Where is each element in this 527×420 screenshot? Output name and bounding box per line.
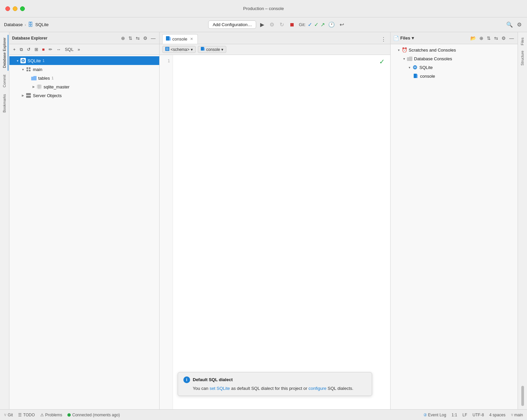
files-minimize-button[interactable]: — [508,34,515,42]
status-problems-label: Problems [45,413,62,417]
sidebar-item-bookmarks[interactable]: Bookmarks [1,91,8,115]
db-sql-button[interactable]: SQL [63,46,75,53]
right-tab-strip: Files Structure [518,32,527,409]
traffic-lights [5,6,25,11]
sidebar-item-files[interactable]: Files [519,35,526,48]
db-more-button[interactable]: » [76,46,81,53]
right-scrollbar-thumb[interactable] [521,386,524,406]
tab-console[interactable]: console ✕ [162,34,198,44]
tree-item-db-consoles[interactable]: ▾ Database Consoles [391,54,518,63]
git-history-button[interactable]: 🕐 [327,20,336,29]
db-collapse-button[interactable]: ⇆ [135,34,141,42]
breadcrumb-sqlite[interactable]: SQLite [35,22,49,27]
add-configuration-button[interactable]: Add Configuration… [208,20,256,29]
console-dropdown[interactable]: console ▾ [198,46,226,53]
files-dropdown[interactable]: Files ▾ [400,36,414,41]
breadcrumb: Database › 🗄 SQLite [4,22,49,28]
db-copy-button[interactable]: ⧉ [18,46,24,53]
files-sqlite-arrow[interactable]: ▾ [407,66,412,69]
git-check-green-icon[interactable]: ✓ [314,21,318,28]
db-new-button[interactable]: + [11,46,17,53]
notification-banner: i Default SQL dialect You can set SQLite… [178,372,372,396]
status-indent[interactable]: 4 spaces [489,413,506,417]
notification-configure-link[interactable]: configure [308,386,326,391]
status-todo-icon: ☰ [18,413,22,417]
tree-item-sqlite-master[interactable]: ▶ sqlite_master [9,82,159,91]
titlebar: Production – console [0,0,527,17]
sqlite-collapse-arrow[interactable]: ▾ [15,59,20,63]
sidebar-item-structure[interactable]: Structure [519,48,526,68]
stop-button[interactable]: ⏹ [288,20,296,29]
run-button[interactable]: ▶ [259,20,266,29]
status-branch[interactable]: ⑂ main [511,413,523,417]
sidebar-item-database-explorer[interactable]: Database Explorer [1,35,8,71]
sqlite-master-table-icon [36,84,42,90]
tree-item-server-objects[interactable]: ▶ Server Objects [9,91,159,100]
tab-more-button[interactable]: ⋮ [379,35,388,44]
breadcrumb-separator: › [25,23,26,27]
scratches-arrow[interactable]: ▾ [396,48,401,52]
refresh-button[interactable]: ↻ [278,20,285,29]
search-button[interactable]: 🔍 [505,20,514,29]
notification-set-sqlite-link[interactable]: set SQLite [210,386,230,391]
main-collapse-arrow[interactable]: ▾ [20,68,25,71]
maximize-button[interactable] [20,6,25,11]
status-problems-count[interactable]: ② Event Log [423,413,446,417]
git-push-icon[interactable]: ↗ [320,21,325,28]
files-console-label: console [420,74,435,79]
status-charset[interactable]: UTF-8 [473,413,484,417]
db-add-button[interactable]: ⊕ [120,34,126,42]
tree-item-sqlite[interactable]: ▾ SQLite 1 [9,56,159,65]
tree-item-scratches[interactable]: ▾ ⏰ Scratches and Consoles [391,46,518,54]
tree-item-main[interactable]: ▾ main [9,65,159,74]
svg-rect-5 [37,84,42,89]
status-problems[interactable]: ⚠ Problems [40,413,62,417]
db-minimize-button[interactable]: — [150,34,157,42]
tree-item-files-console[interactable]: console [391,72,518,80]
status-position[interactable]: 1:1 [452,413,457,417]
schema-dropdown[interactable]: <schema> ▾ [162,46,196,53]
breadcrumb-database[interactable]: Database [4,22,23,27]
db-tree: ▾ SQLite 1 ▾ [9,55,159,409]
tree-item-files-sqlite[interactable]: ▾ SQLite [391,63,518,72]
tab-console-label: console [172,37,187,42]
sqlite-label: SQLite [27,58,41,63]
status-todo[interactable]: ☰ TODO [18,413,35,417]
git-undo-button[interactable]: ↩ [338,20,345,29]
db-sync-button[interactable]: ↺ [25,46,32,53]
server-objects-arrow[interactable]: ▶ [20,94,25,97]
status-encoding[interactable]: LF [463,413,467,417]
db-schema-button[interactable]: ⊞ [33,46,40,53]
status-git-label: Git [8,413,13,417]
db-settings-button[interactable]: ⚙ [142,34,149,42]
editor-tabs: console ✕ ⋮ [160,32,390,44]
tab-close-button[interactable]: ✕ [189,37,194,42]
editor-secondary-toolbar: <schema> ▾ console ▾ [160,44,390,55]
sidebar-item-commit[interactable]: Commit [1,72,8,90]
editor-code-area[interactable] [173,55,390,409]
db-edit-button[interactable]: ✏ [47,46,54,53]
settings-button[interactable]: ⚙ [516,20,523,29]
minimize-button[interactable] [13,6,17,11]
files-collapse-button[interactable]: ⇆ [493,34,499,42]
line-number-1: 1 [160,58,173,64]
db-consoles-arrow[interactable]: ▾ [401,57,407,61]
sqlite-master-arrow[interactable]: ▶ [31,85,36,88]
db-filter-button[interactable]: ⇅ [127,34,133,42]
files-expand-button[interactable]: ⊕ [478,34,484,42]
db-stop-btn[interactable]: ■ [41,46,47,53]
files-sqlite-icon [412,64,418,70]
files-sort-button[interactable]: ⇅ [486,34,492,42]
tree-item-tables[interactable]: ▾ tables 1 [9,74,159,82]
close-button[interactable] [5,6,10,11]
left-tab-strip: Database Explorer Commit Bookmarks [0,32,9,409]
files-settings-button[interactable]: ⚙ [501,34,507,42]
editor-body[interactable]: 1 ✓ i Default SQL dialect You can set SQ… [160,55,390,409]
main-layout: Database Explorer Commit Bookmarks Datab… [0,32,527,409]
git-check-icon[interactable]: ✓ [308,21,312,28]
db-jump-button[interactable]: ↔ [55,46,62,53]
notification-info-icon: i [183,376,190,383]
status-git[interactable]: ⑂ Git [4,413,13,417]
files-new-button[interactable]: 📂 [469,34,477,42]
debug-button[interactable]: ⚙ [268,20,276,29]
